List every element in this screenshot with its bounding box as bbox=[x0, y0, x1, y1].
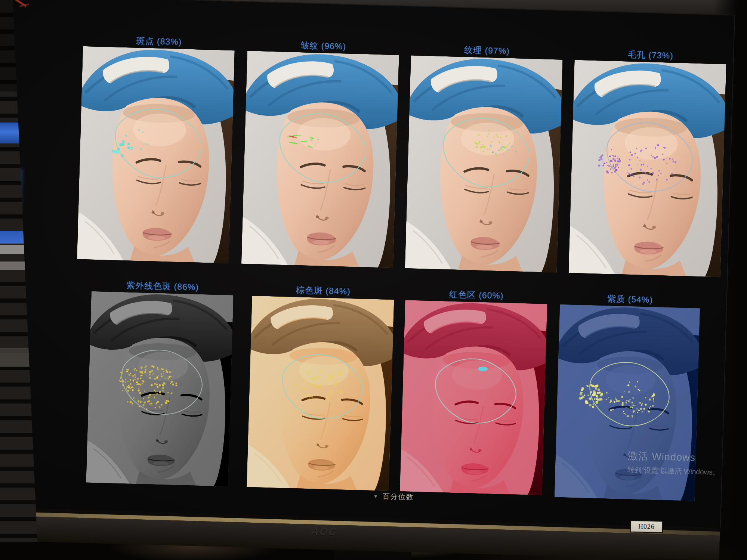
windows-activation-watermark: 激活 Windows 转到“设置”以激活 Windows。 bbox=[627, 449, 720, 477]
analysis-panel-texture: 纹理 (97%) bbox=[411, 43, 563, 58]
analysis-overlay-spots bbox=[79, 46, 235, 202]
analysis-panel-spots: 斑点 (83%) bbox=[83, 34, 235, 49]
analysis-overlay-brown-spots bbox=[248, 296, 394, 442]
face-photo-pores[interactable] bbox=[569, 60, 726, 277]
analysis-panel-pores: 毛孔 (73%) bbox=[575, 47, 727, 63]
monitor: 斑点 (83%) bbox=[0, 0, 734, 560]
face-photo-spots[interactable] bbox=[77, 46, 235, 263]
face-photo-uv-spots[interactable] bbox=[86, 291, 233, 486]
analysis-overlay-uv-spots bbox=[87, 291, 233, 437]
photo-of-monitor: 斑点 (83%) bbox=[0, 0, 747, 560]
analysis-overlay-texture bbox=[407, 55, 562, 211]
asset-tag-sticker: H026 bbox=[630, 520, 663, 533]
analysis-overlay-wrinkles bbox=[243, 51, 399, 207]
watermark-line1: 激活 Windows bbox=[627, 449, 720, 465]
percentile-label: 百分位数 bbox=[382, 492, 414, 502]
triangle-down-icon: ▼ bbox=[373, 493, 378, 499]
analysis-overlay-red-areas bbox=[401, 300, 547, 446]
analysis-panel-brown-spots: 棕色斑 (84%) bbox=[252, 283, 395, 299]
aoc-logo: AOC bbox=[310, 526, 362, 539]
analysis-panel-wrinkles: 皱纹 (96%) bbox=[247, 38, 399, 54]
analysis-overlay-pores bbox=[570, 60, 726, 216]
face-photo-red-areas[interactable] bbox=[400, 300, 547, 495]
analysis-panel-porphyrins: 紫质 (54%) bbox=[560, 292, 700, 307]
analysis-panel-red-areas: 红色区 (60%) bbox=[405, 287, 547, 303]
analysis-panel-uv-spots: 紫外线色斑 (86%) bbox=[92, 279, 234, 294]
analysis-overlay-porphyrins bbox=[556, 304, 700, 448]
face-photo-brown-spots[interactable] bbox=[247, 296, 394, 491]
screen: 斑点 (83%) bbox=[0, 0, 734, 528]
face-photo-wrinkles[interactable] bbox=[241, 51, 399, 268]
face-photo-texture[interactable] bbox=[405, 55, 563, 272]
